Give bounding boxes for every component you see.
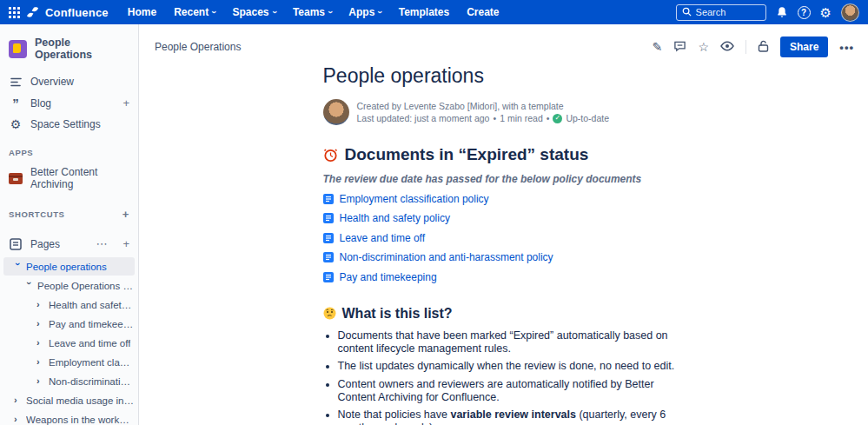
add-blog-icon[interactable]: +	[123, 96, 129, 110]
space-settings-gear-icon: ⚙	[9, 118, 23, 130]
product-name[interactable]: Confluence	[45, 6, 109, 19]
chevron-right-icon[interactable]: ›	[36, 319, 44, 329]
nav-templates[interactable]: Templates	[390, 0, 458, 24]
sidebar-item-label: Blog	[30, 97, 51, 110]
unlock-icon[interactable]	[758, 40, 769, 54]
byline-status[interactable]: Up-to-date	[566, 112, 609, 124]
topbar-left: Confluence	[9, 6, 119, 19]
top-navigation-bar: Confluence Home Recent› Spaces› Teams› A…	[0, 0, 868, 24]
content-topbar: People Operations ✎ ☆ Share •••	[139, 24, 868, 63]
tree-item-health-and-safety-policy[interactable]: › Health and safety policy	[3, 296, 135, 314]
pages-header[interactable]: Pages ⋯ +	[0, 232, 138, 256]
sidebar-item-space-settings[interactable]: ⚙ Space Settings	[0, 114, 138, 135]
nav-teams[interactable]: Teams›	[284, 0, 340, 24]
bullet-item: Content owners and reviewers are automat…	[338, 378, 685, 404]
tree-item-non-discrimination[interactable]: › Non-discrimination and...	[3, 372, 135, 390]
page-doc-icon	[323, 252, 334, 262]
nav-recent[interactable]: Recent›	[165, 0, 223, 24]
pages-more-icon[interactable]: ⋯	[96, 237, 108, 250]
space-header[interactable]: People Operations	[0, 35, 138, 71]
sidebar-item-better-content-archiving[interactable]: Better Content Archiving	[0, 162, 138, 195]
page-tree: › People operations › People Operations …	[0, 257, 138, 425]
archive-box-icon	[9, 173, 23, 184]
page-article: People operations Created by Levente Sza…	[323, 64, 685, 425]
section-subtitle-expired: The review due date has passed for the b…	[323, 173, 685, 185]
space-avatar	[9, 40, 27, 58]
page-doc-icon	[323, 194, 334, 204]
comment-icon[interactable]	[673, 40, 686, 54]
user-avatar[interactable]	[841, 3, 859, 22]
chevron-right-icon[interactable]: ›	[14, 395, 22, 405]
doc-link[interactable]: Employment classification policy	[323, 193, 685, 205]
breadcrumb[interactable]: People Operations	[155, 41, 241, 53]
pages-label: Pages	[30, 238, 60, 250]
tree-item-weapons-in-the-workplace[interactable]: › Weapons in the workplace	[3, 410, 135, 425]
search-input[interactable]	[696, 7, 760, 17]
confluence-logo-icon[interactable]	[26, 6, 39, 18]
tree-item-pay-and-timekeeping[interactable]: › Pay and timekeeping	[3, 315, 135, 333]
doc-link[interactable]: Leave and time off	[323, 232, 685, 244]
add-page-icon[interactable]: +	[123, 237, 129, 250]
search-box[interactable]	[676, 4, 766, 21]
byline-updated[interactable]: Last updated: just a moment ago	[357, 112, 490, 124]
chevron-down-icon[interactable]: ›	[24, 282, 34, 289]
chevron-right-icon[interactable]: ›	[36, 300, 44, 309]
pages-icon	[9, 238, 23, 250]
overview-icon	[9, 77, 23, 87]
space-sidebar: People Operations Overview ” Blog + ⚙ Sp…	[0, 24, 139, 425]
alarm-clock-emoji	[323, 148, 338, 163]
byline-read-time: 1 min read	[500, 112, 543, 124]
thinking-face-emoji	[323, 307, 336, 320]
settings-gear-icon[interactable]: ⚙	[820, 6, 832, 19]
help-icon[interactable]: ?	[798, 6, 811, 19]
doc-link[interactable]: Pay and timekeeping	[323, 271, 685, 283]
apps-section-label: APPS	[0, 135, 138, 162]
tree-item-social-media-usage[interactable]: › Social media usage in the office	[3, 391, 135, 409]
edit-icon[interactable]: ✎	[653, 41, 663, 53]
topbar-right: ? ⚙	[676, 3, 859, 22]
author-avatar[interactable]	[323, 99, 349, 125]
chevron-right-icon[interactable]: ›	[36, 357, 44, 367]
page-title: People operations	[323, 64, 685, 88]
nav-home[interactable]: Home	[119, 0, 165, 24]
chevron-right-icon[interactable]: ›	[36, 338, 44, 348]
bullet-item: The list updates dynamically when the re…	[338, 360, 685, 373]
tree-item-leave-and-time-off[interactable]: › Leave and time off	[3, 334, 135, 352]
byline-dot: •	[493, 112, 496, 124]
watch-eye-icon[interactable]	[720, 41, 734, 53]
sidebar-item-label: Space Settings	[30, 118, 101, 130]
chevron-right-icon[interactable]: ›	[14, 415, 22, 424]
chevron-right-icon[interactable]: ›	[36, 376, 44, 386]
sidebar-item-label: Overview	[30, 76, 74, 88]
sidebar-item-label: Better Content Archiving	[30, 166, 129, 190]
blog-quote-icon: ”	[9, 99, 23, 108]
page-doc-icon	[323, 272, 334, 282]
sidebar-item-blog[interactable]: ” Blog +	[0, 92, 138, 114]
tree-item-employment-classification[interactable]: › Employment classificati...	[3, 353, 135, 371]
app-switcher-icon[interactable]	[9, 7, 20, 18]
notifications-bell-icon[interactable]	[776, 6, 788, 18]
doc-link[interactable]: Health and safety policy	[323, 212, 685, 224]
share-button[interactable]: Share	[780, 37, 828, 57]
tree-item-people-operations-policies[interactable]: › People Operations Policies	[3, 276, 135, 295]
star-icon[interactable]: ☆	[698, 41, 709, 53]
what-is-this-list-bullets: Documents that have been marked “Expired…	[323, 329, 685, 425]
tree-item-people-operations[interactable]: › People operations	[3, 257, 135, 276]
doc-link[interactable]: Non-discrimination and anti-harassment p…	[323, 251, 685, 263]
chevron-down-icon: ›	[269, 10, 278, 13]
more-actions-icon[interactable]: •••	[839, 41, 854, 54]
sidebar-item-overview[interactable]: Overview	[0, 71, 138, 92]
byline-dot: •	[547, 112, 550, 124]
add-shortcut-icon[interactable]: +	[123, 208, 129, 221]
page-actions: ✎ ☆ Share •••	[653, 37, 854, 57]
nav-apps[interactable]: Apps›	[340, 0, 389, 24]
section-heading-what-is-this-list: What is this list?	[323, 306, 685, 322]
chevron-down-icon: ›	[375, 10, 384, 13]
nav-create[interactable]: Create	[458, 0, 507, 24]
main-content: People Operations ✎ ☆ Share ••• People o…	[139, 24, 868, 425]
up-to-date-check-icon: ✓	[553, 114, 562, 123]
nav-spaces[interactable]: Spaces›	[224, 0, 284, 24]
page-doc-icon	[323, 213, 334, 223]
chevron-down-icon[interactable]: ›	[13, 262, 23, 270]
space-name: People Operations	[35, 37, 129, 61]
